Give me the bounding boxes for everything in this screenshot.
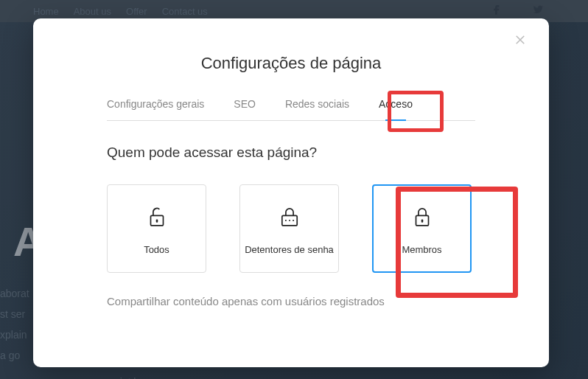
lock-icon	[408, 203, 436, 231]
svg-point-5	[293, 220, 294, 221]
option-all-label: Todos	[144, 244, 169, 255]
option-all[interactable]: Todos	[107, 184, 206, 273]
tabs-container: Configurações gerais SEO Redes sociais A…	[107, 94, 475, 121]
tab-social[interactable]: Redes sociais	[285, 94, 349, 120]
option-members[interactable]: Membros	[372, 184, 472, 273]
modal-title: Configurações de página	[107, 54, 475, 73]
lock-password-icon	[276, 203, 304, 231]
access-options: Todos Detentores de senha	[107, 184, 475, 273]
tab-general[interactable]: Configurações gerais	[107, 94, 204, 120]
unlock-icon	[143, 203, 171, 231]
access-question: Quem pode acessar esta página?	[107, 145, 475, 161]
svg-point-4	[288, 220, 290, 221]
option-password-label: Detentores de senha	[245, 244, 334, 255]
close-button[interactable]	[514, 33, 528, 48]
page-settings-modal: Configurações de página Configurações ge…	[33, 18, 549, 367]
option-members-label: Membros	[402, 244, 441, 255]
tab-seo[interactable]: SEO	[234, 94, 256, 120]
access-description: Compartilhar conteúdo apenas com usuário…	[107, 295, 475, 307]
svg-rect-7	[421, 219, 423, 222]
tab-access[interactable]: Acceso	[379, 94, 413, 120]
option-password[interactable]: Detentores de senha	[239, 184, 339, 273]
svg-rect-1	[155, 219, 158, 222]
close-icon	[514, 33, 527, 46]
svg-point-3	[284, 220, 286, 221]
